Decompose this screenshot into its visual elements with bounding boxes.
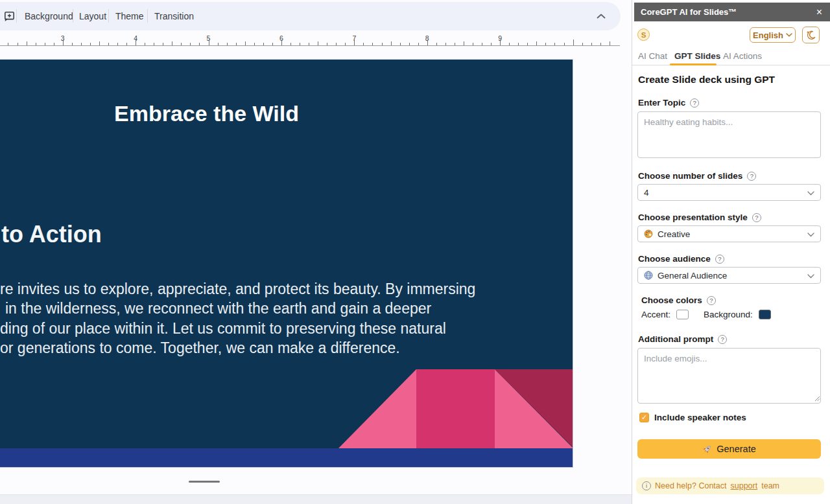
chevron-down-icon (807, 274, 814, 279)
mountain-left-slope (338, 369, 416, 448)
support-link[interactable]: support (731, 481, 758, 490)
help-text-suffix: team (761, 481, 779, 490)
speaker-notes-label: Include speaker notes (654, 413, 746, 422)
style-value: Creative (658, 229, 690, 239)
dark-mode-toggle-button[interactable] (802, 27, 820, 43)
ruler-tick (445, 43, 446, 45)
additional-prompt-input[interactable] (637, 348, 821, 404)
ruler-tick (227, 43, 228, 45)
ruler-tick (554, 43, 555, 45)
close-icon[interactable]: × (816, 7, 822, 17)
add-comment-icon (3, 10, 16, 23)
ruler-tick (455, 43, 455, 45)
slide-title-text[interactable]: Embrace the Wild (114, 101, 299, 126)
ruler-tick (564, 43, 565, 45)
additional-prompt-label-text: Additional prompt (638, 334, 713, 344)
ruler-tick (391, 41, 392, 45)
resize-grip-icon[interactable] (814, 396, 820, 402)
ruler-tick (281, 40, 282, 45)
tab-gpt-slides[interactable]: GPT Slides (674, 51, 720, 61)
info-icon: i (642, 481, 651, 490)
ruler-baseline (0, 45, 620, 46)
slide-body-line: in the wilderness, we reconnect with the… (5, 299, 475, 318)
sidebar-title: CoreGPT AI for Slides™ (641, 7, 816, 17)
collapse-toolbar-button[interactable] (594, 10, 608, 22)
moon-icon (805, 30, 816, 41)
num-slides-select[interactable]: 4 (637, 184, 821, 201)
ruler-tick (209, 40, 209, 45)
ruler-tick (309, 43, 309, 45)
ruler-tick (536, 41, 537, 45)
ruler-tick (163, 43, 163, 45)
language-label: English (753, 30, 783, 40)
ruler-tick (145, 43, 145, 45)
speaker-notes-drag-handle[interactable] (189, 481, 220, 483)
help-footer: i Need help? Contact support team (636, 477, 824, 494)
ruler-tick (290, 43, 291, 45)
ruler-tick (327, 43, 327, 45)
ruler-tick (382, 43, 383, 45)
help-icon[interactable]: ? (707, 296, 716, 305)
ruler-tick (491, 43, 492, 45)
ruler-tick (336, 43, 337, 45)
ruler-tick (436, 43, 437, 45)
background-button[interactable]: Background (25, 11, 73, 21)
ruler-tick (318, 41, 318, 45)
num-slides-label-text: Choose number of slides (638, 171, 742, 181)
avatar[interactable]: S (637, 29, 650, 41)
slide-body-text[interactable]: re invites us to explore, appreciate, an… (0, 279, 475, 358)
slide-canvas[interactable]: Embrace the Wild to Action re invites us… (0, 59, 573, 468)
language-select-button[interactable]: English (750, 27, 796, 43)
help-icon[interactable]: ? (690, 98, 699, 108)
style-label: Choose presentation style ? (638, 212, 761, 222)
toolbar-divider (108, 9, 109, 23)
tab-ai-actions[interactable]: AI Actions (723, 51, 762, 61)
ruler-tick (236, 43, 237, 45)
background-color-swatch[interactable] (759, 310, 771, 319)
speaker-notes-checkbox[interactable]: ✓ (639, 413, 649, 422)
ruler-tick (181, 43, 182, 45)
mountain-center-block (416, 369, 495, 448)
ruler-tick (18, 43, 18, 45)
chevron-down-icon (807, 233, 814, 237)
audience-select[interactable]: General Audience (637, 267, 821, 284)
ruler-tick (36, 43, 36, 45)
ruler-tick (518, 43, 519, 45)
ruler-tick (126, 43, 127, 45)
colors-row: Accent: Background: (641, 310, 771, 319)
background-label: Background: (704, 310, 753, 319)
ruler-tick (545, 43, 546, 45)
speaker-notes-strip (0, 494, 632, 504)
topic-input[interactable] (637, 111, 821, 158)
generate-button[interactable]: Generate (637, 439, 821, 459)
add-comment-button[interactable] (3, 10, 16, 23)
help-icon[interactable]: ? (715, 255, 724, 264)
help-icon[interactable]: ? (752, 213, 761, 222)
layout-button[interactable]: Layout (79, 11, 106, 21)
theme-button[interactable]: Theme (115, 11, 144, 21)
ruler: 3456789 (0, 34, 620, 47)
help-icon[interactable]: ? (747, 172, 756, 181)
coregpt-sidebar: CoreGPT AI for Slides™ × S English AI Ch… (632, 0, 830, 504)
num-slides-label: Choose number of slides ? (638, 171, 756, 181)
style-select[interactable]: Creative (637, 225, 821, 242)
palette-icon (644, 229, 653, 238)
ruler-tick (427, 40, 428, 45)
ruler-tick (45, 43, 45, 45)
ruler-tick (363, 43, 364, 45)
transition-button[interactable]: Transition (154, 11, 194, 21)
toolbar-divider (147, 9, 148, 23)
ruler-tick (300, 43, 300, 45)
accent-color-swatch[interactable] (676, 310, 689, 319)
ruler-tick (573, 40, 574, 45)
colors-label-text: Choose colors (641, 295, 702, 305)
ruler-tick (218, 43, 219, 45)
ruler-tick (117, 43, 118, 45)
slide-heading-text[interactable]: to Action (1, 221, 102, 248)
num-slides-value: 4 (644, 188, 649, 198)
help-icon[interactable]: ? (718, 335, 727, 344)
ruler-tick (72, 43, 73, 45)
tab-ai-chat[interactable]: AI Chat (638, 51, 667, 61)
app-window: Background Layout Theme Transition 34567… (0, 0, 830, 504)
ruler-tick (99, 41, 100, 45)
